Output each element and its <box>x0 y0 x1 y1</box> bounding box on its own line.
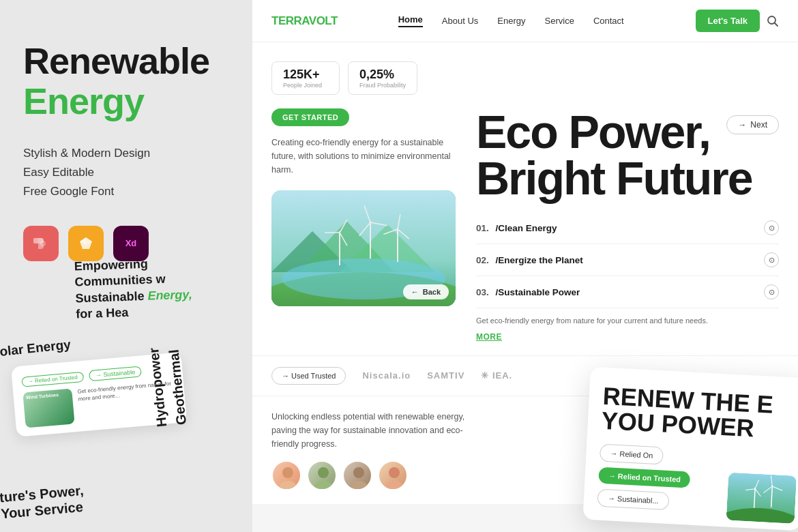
brand-volt: VOLT <box>309 14 338 27</box>
nav-energy[interactable]: Energy <box>497 16 525 26</box>
svg-point-26 <box>318 467 329 478</box>
feature-item: Stylish & Modern Design <box>23 147 232 160</box>
get-started-button[interactable]: GET STARTED <box>271 108 349 126</box>
hero-right: → Next Eco Power, Bright Future 01. /Cle… <box>476 108 779 342</box>
nav-home[interactable]: Home <box>398 14 423 27</box>
used-trusted-button[interactable]: → Used Trusted <box>271 367 346 385</box>
energy-footer-desc: Get eco-friendly energy from nature for … <box>476 315 779 327</box>
svg-point-25 <box>280 481 296 490</box>
brand-logo: TERRAVOLT <box>271 14 338 28</box>
wind-turbine-image: ← Back <box>271 190 456 306</box>
figma-icon <box>23 226 59 261</box>
geo-label: Geothermal <box>166 345 190 426</box>
svg-point-31 <box>386 481 402 490</box>
svg-point-29 <box>351 481 367 490</box>
renew-card-image <box>726 473 797 524</box>
energy-item-3: 03. /Sustainable Power ⊙ <box>476 276 779 308</box>
back-button[interactable]: ← Back <box>403 284 449 299</box>
energy-icon-1: ⊙ <box>764 220 779 235</box>
relied-on-badge: → Relied On <box>600 444 664 465</box>
desc-text: Unlocking endless potential with renewab… <box>271 410 490 451</box>
wind-turbines-thumb: Wind Turbines <box>23 388 74 428</box>
logo-iea: ✳ IEA. <box>481 370 512 381</box>
features-list: Stylish & Modern Design Easy Editable Fr… <box>23 147 232 198</box>
left-panel: Renewable Energy Stylish & Modern Design… <box>0 0 252 532</box>
energy-item-2: 02. /Energize the Planet ⊙ <box>476 244 779 276</box>
feature-item: Free Google Font <box>23 185 232 198</box>
stat-people-label: People Joined <box>283 82 328 89</box>
sustainable-badge: → Sustainable <box>89 366 142 381</box>
more-link[interactable]: MORE <box>476 332 779 342</box>
hero-description: Creating eco-friendly energy for a susta… <box>271 136 462 177</box>
renew-title: RENEW THE E YOU POWER <box>601 384 794 443</box>
lets-talk-button[interactable]: Let's Talk <box>696 10 760 32</box>
natures-power-text: ture's Power, Your Service <box>0 482 86 522</box>
search-icon[interactable] <box>767 15 779 27</box>
logo-niscala: Niscala.io <box>362 370 411 381</box>
svg-point-27 <box>315 481 331 490</box>
stat-people-value: 125K+ <box>283 68 328 82</box>
stat-fraud-label: Fraud Probability <box>359 82 406 89</box>
svg-point-28 <box>353 467 364 478</box>
avatar-1 <box>271 460 301 490</box>
svg-point-24 <box>282 467 293 478</box>
svg-line-5 <box>775 23 778 26</box>
svg-point-30 <box>389 467 400 478</box>
logo-samtiv: SAMTIV <box>427 370 464 381</box>
energy-item-1: 01. /Clean Energy ⊙ <box>476 212 779 244</box>
relied-badge: → Relied on Trusted <box>21 372 84 387</box>
solar-label: Solar Energy <box>0 337 72 360</box>
feature-item: Easy Editable <box>23 166 232 179</box>
nav-service[interactable]: Service <box>545 16 574 26</box>
avatar-3 <box>342 460 372 490</box>
title-renewable: Renewable <box>23 41 232 81</box>
title-energy: Energy <box>23 81 232 121</box>
sustainable-badge2: → Sustainabl... <box>597 489 669 510</box>
avatar-4 <box>378 460 408 490</box>
nav-about[interactable]: About Us <box>442 16 478 26</box>
nav-contact[interactable]: Contact <box>593 16 624 26</box>
energy-icon-2: ⊙ <box>764 252 779 267</box>
energy-icon-3: ⊙ <box>764 284 779 299</box>
brand-terra: TERRA <box>271 14 309 27</box>
empowering-overlay: Empowering Communities w Sustainable Ene… <box>74 254 212 323</box>
sketch-icon <box>68 226 104 261</box>
next-button[interactable]: → Next <box>726 115 779 134</box>
nav-actions: Let's Talk <box>685 10 779 32</box>
hero-section: 125K+ People Joined 0,25% Fraud Probabil… <box>252 42 798 355</box>
stat-people: 125K+ People Joined <box>271 61 340 95</box>
avatar-2 <box>307 460 337 490</box>
nav-links: Home About Us Energy Service Contact <box>398 14 624 27</box>
renew-card: RENEW THE E YOU POWER → Relied On → Reli… <box>582 367 798 531</box>
hero-main: GET STARTED Creating eco-friendly energy… <box>271 108 779 342</box>
wind-turbines-label: Wind Turbines <box>23 388 72 402</box>
energy-list: 01. /Clean Energy ⊙ 02. /Energize the Pl… <box>476 212 779 342</box>
stats-row: 125K+ People Joined 0,25% Fraud Probabil… <box>271 61 779 95</box>
hero-left: GET STARTED Creating eco-friendly energy… <box>271 108 462 342</box>
relied-trusted-badge: → Relied on Trusted <box>598 467 690 488</box>
stat-fraud: 0,25% Fraud Probability <box>348 61 417 95</box>
navbar: TERRAVOLT Home About Us Energy Service C… <box>252 0 798 42</box>
stat-fraud-value: 0,25% <box>359 68 406 82</box>
